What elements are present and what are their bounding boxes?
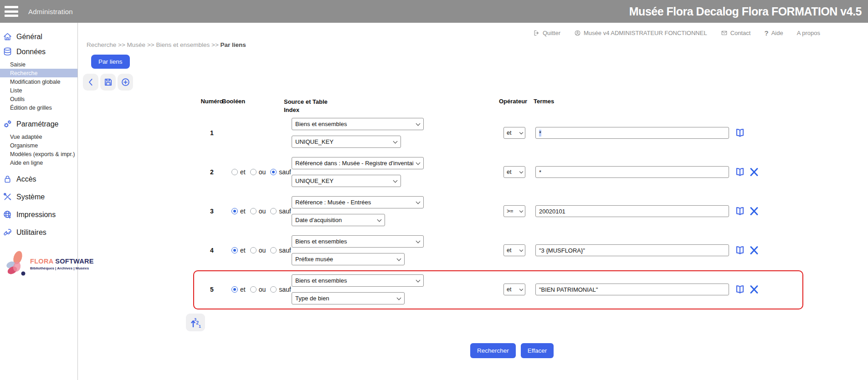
contact-link[interactable]: Contact: [721, 30, 751, 36]
sidebar-item-acces[interactable]: Accès: [0, 172, 77, 187]
radio-sauf[interactable]: sauf: [270, 286, 291, 293]
search-button[interactable]: Rechercher: [470, 343, 516, 358]
index-select-4[interactable]: Préfixe musée: [292, 253, 405, 265]
quit-link[interactable]: Quitter: [533, 30, 560, 36]
toolbar: [83, 74, 868, 91]
index-select-5[interactable]: Type de bien: [292, 292, 405, 304]
sidebar-item-general[interactable]: Général: [0, 29, 77, 44]
source-select-3-wrap: Référence : Musée - Entrées: [292, 196, 424, 208]
index-lookup-button-3[interactable]: [734, 206, 745, 217]
radio-ou[interactable]: ou: [250, 247, 266, 254]
breadcrumb-item[interactable]: Recherche: [87, 41, 116, 48]
index-select-1[interactable]: UNIQUE_KEY: [292, 136, 401, 148]
index-lookup-button-2[interactable]: [734, 167, 745, 177]
tools-icon: [3, 192, 12, 202]
source-select-5[interactable]: Biens et ensembles: [292, 274, 424, 287]
header-source-index: Source et Table Index: [284, 98, 328, 114]
index-lookup-button-1[interactable]: [734, 127, 745, 138]
header-numero: Numéro: [198, 98, 226, 105]
source-select-2[interactable]: Référencé dans : Musée - Registre d'inve…: [292, 157, 424, 169]
sidebar-item-organisme[interactable]: Organisme: [0, 141, 77, 150]
radio-et[interactable]: et: [231, 168, 246, 176]
operator-select-1[interactable]: et: [503, 127, 525, 139]
gears-icon: [3, 119, 12, 129]
query-row-4: 4 et ou sauf Biens et ensembles Préfixe …: [198, 235, 868, 265]
x-icon: [749, 206, 760, 217]
index-lookup-button-5[interactable]: [734, 284, 745, 295]
sidebar-item-modification-globale[interactable]: Modification globale: [0, 77, 77, 86]
window-title: Musée Flora Decalog Flora FORMATION v4.5: [629, 5, 862, 18]
help-link[interactable]: ? Aide: [764, 29, 783, 37]
sidebar-item-donnees[interactable]: Données: [0, 44, 77, 59]
sidebar-item-outils[interactable]: Outils: [0, 95, 77, 103]
breadcrumb-item[interactable]: Biens et ensembles: [156, 41, 210, 48]
sidebar-item-label: Impressions: [16, 211, 56, 219]
radio-sauf[interactable]: sauf: [270, 247, 291, 254]
book-icon: [734, 127, 745, 138]
delete-row-button-3[interactable]: [749, 206, 760, 217]
radio-sauf[interactable]: sauf: [270, 208, 291, 215]
sidebar-item-utilitaires[interactable]: Utilitaires: [0, 225, 77, 240]
operator-select-5[interactable]: et: [503, 284, 525, 295]
sidebar-item-liste[interactable]: Liste: [0, 86, 77, 95]
terms-input-2[interactable]: [535, 166, 729, 178]
radio-et[interactable]: et: [231, 286, 246, 293]
delete-row-button-4[interactable]: [749, 245, 760, 256]
back-button[interactable]: [83, 74, 98, 91]
source-select-3[interactable]: Référence : Musée - Entrées: [292, 196, 424, 208]
main-content: Quitter Musée v4 ADMINISTRATEUR FONCTION…: [78, 23, 868, 380]
index-select-2[interactable]: UNIQUE_KEY: [292, 175, 401, 187]
terms-input-3[interactable]: [535, 205, 729, 217]
sidebar-item-modeles[interactable]: Modèles (exports & impr.): [0, 150, 77, 158]
radio-et[interactable]: et: [231, 208, 246, 215]
query-form: Numéro Booléen Source et Table Index Opé…: [198, 98, 868, 304]
flora-software-logo: FLORA SOFTWARE Bibliothèques | Archives …: [3, 249, 76, 279]
terms-input-4[interactable]: [535, 244, 729, 256]
brand-flora: FLORA: [30, 258, 53, 265]
save-button[interactable]: [100, 74, 116, 91]
source-select-5-wrap: Biens et ensembles: [292, 274, 424, 287]
sidebar-item-impressions[interactable]: Impressions: [0, 207, 77, 222]
radio-ou[interactable]: ou: [250, 208, 266, 215]
row-number: 3: [198, 208, 226, 215]
radio-ou[interactable]: ou: [250, 286, 266, 293]
delete-row-button-5[interactable]: [749, 284, 760, 295]
radio-sauf[interactable]: sauf: [270, 168, 291, 176]
source-select-4[interactable]: Biens et ensembles: [292, 235, 424, 248]
form-actions: Rechercher Effacer: [470, 343, 868, 358]
breadcrumb-item[interactable]: Musée: [127, 41, 146, 48]
app-section-label: Administration: [28, 8, 73, 15]
radio-et[interactable]: et: [231, 247, 246, 254]
terms-input-1[interactable]: [535, 127, 729, 139]
sidebar-item-systeme[interactable]: Système: [0, 189, 77, 204]
source-select-1[interactable]: Biens et ensembles: [292, 118, 424, 130]
breadcrumb-current: Par liens: [221, 41, 246, 48]
operator-select-3[interactable]: >=: [503, 205, 525, 217]
sidebar-item-parametrage[interactable]: Paramétrage: [0, 117, 77, 132]
tab-par-liens[interactable]: Par liens: [91, 55, 130, 69]
operator-select-4-wrap: et: [503, 244, 525, 256]
sort-rows-button[interactable]: 3 2 1: [186, 314, 205, 331]
operator-select-2[interactable]: et: [503, 166, 525, 178]
add-button[interactable]: [118, 74, 133, 91]
operator-select-4[interactable]: et: [503, 244, 525, 256]
flora-flower-icon: [3, 249, 29, 279]
sidebar-item-recherche[interactable]: Recherche: [0, 69, 77, 77]
radio-ou[interactable]: ou: [250, 168, 266, 176]
clear-button[interactable]: Effacer: [521, 343, 554, 358]
query-row-5-highlighted: 5 et ou sauf Biens et ensembles Type de …: [198, 274, 868, 304]
index-lookup-button-4[interactable]: [734, 245, 745, 256]
sidebar: Général Données Saisie Recherche Modific…: [0, 23, 78, 380]
terms-input-5[interactable]: [535, 284, 729, 295]
user-account-link[interactable]: Musée v4 ADMINISTRATEUR FONCTIONNEL: [574, 30, 707, 36]
delete-row-button-2[interactable]: [749, 167, 760, 177]
sidebar-item-aide-en-ligne[interactable]: Aide en ligne: [0, 158, 77, 167]
plus-circle-icon: [121, 77, 130, 87]
about-link[interactable]: A propos: [797, 30, 820, 36]
book-icon: [734, 284, 745, 295]
index-select-3[interactable]: Date d'acquisition: [292, 214, 385, 226]
sidebar-item-saisie[interactable]: Saisie: [0, 60, 77, 69]
sidebar-item-edition-de-grilles[interactable]: Édition de grilles: [0, 103, 77, 112]
hamburger-menu-icon[interactable]: [5, 6, 18, 17]
sidebar-item-vue-adaptee[interactable]: Vue adaptée: [0, 132, 77, 141]
